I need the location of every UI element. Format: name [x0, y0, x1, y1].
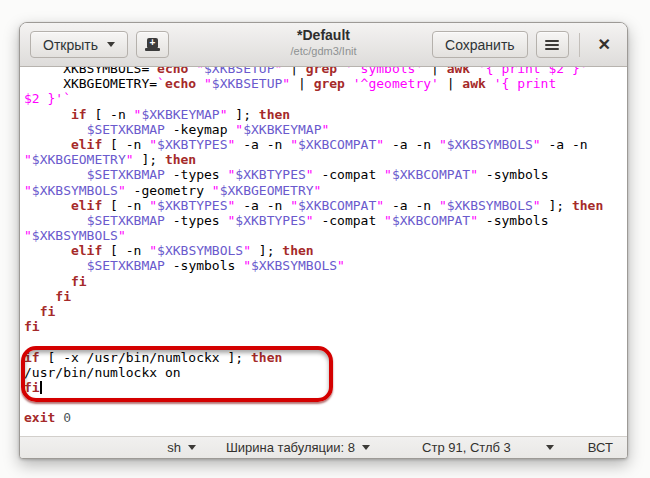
code-line[interactable]: $SETXKBMAP -types "$XKBTYPES" -compat "$… — [24, 167, 627, 182]
header-bar: Открыть + *Default /etc/gdm3/Init Сохран… — [20, 23, 627, 67]
language-label: sh — [167, 440, 181, 455]
code-line[interactable]: fi — [24, 304, 627, 319]
code-line[interactable]: $2 }'` — [24, 91, 627, 106]
cursor-position[interactable]: Стр 91, Стлб 3 — [422, 440, 511, 455]
tab-width-selector[interactable]: Ширина табуляции: 8 — [226, 440, 370, 455]
text-cursor — [40, 381, 42, 394]
title-area: *Default /etc/gdm3/Init — [290, 27, 356, 58]
window-subtitle: /etc/gdm3/Init — [290, 45, 356, 59]
code-line[interactable]: "$XKBSYMBOLS" — [24, 228, 627, 243]
chevron-down-icon — [188, 445, 196, 450]
code-line[interactable]: $SETXKBMAP -keymap "$XKBKEYMAP" — [24, 122, 627, 137]
code-line[interactable]: fi — [24, 274, 627, 289]
language-selector[interactable]: sh — [167, 440, 196, 455]
code-line[interactable]: XKBSYMBOLS=`echo "$XKBSETUP" | grep '^sy… — [24, 67, 627, 76]
code-line[interactable]: elif [ -n "$XKBTYPES" -a -n "$XKBCOMPAT"… — [24, 137, 627, 152]
code-line[interactable]: exit 0 — [24, 410, 627, 425]
header-divider — [579, 33, 580, 57]
menu-button[interactable] — [536, 31, 569, 58]
status-bar: sh Ширина табуляции: 8 Стр 91, Стлб 3 ВС… — [20, 436, 627, 458]
code-line[interactable] — [24, 334, 627, 349]
code-line[interactable]: if [ -n "$XKBKEYMAP" ]; then — [24, 107, 627, 122]
new-document-button[interactable]: + — [136, 31, 169, 58]
code-lines: XKBSYMBOLS=`echo "$XKBSETUP" | grep '^sy… — [20, 67, 627, 426]
code-line[interactable] — [24, 395, 627, 410]
goto-line-dropdown[interactable] — [539, 445, 554, 450]
close-icon: ✕ — [598, 36, 611, 53]
code-line[interactable]: /usr/bin/numlockx on — [24, 365, 627, 380]
new-document-icon: + — [145, 38, 160, 51]
close-button[interactable]: ✕ — [592, 35, 617, 54]
insert-mode-label: ВСТ — [588, 440, 613, 455]
text-editor-area[interactable]: XKBSYMBOLS=`echo "$XKBSETUP" | grep '^sy… — [20, 67, 627, 436]
code-line[interactable]: $SETXKBMAP -symbols "$XKBSYMBOLS" — [24, 258, 627, 273]
code-line[interactable]: "$XKBSYMBOLS" -geometry "$XKBGEOMETRY" — [24, 183, 627, 198]
code-line[interactable]: fi — [24, 319, 627, 334]
open-button-label: Открыть — [43, 37, 98, 53]
save-button-label: Сохранить — [445, 37, 515, 53]
gedit-window: Открыть + *Default /etc/gdm3/Init Сохран… — [19, 22, 628, 459]
code-line[interactable]: XKBGEOMETRY=`echo "$XKBSETUP" | grep '^g… — [24, 76, 627, 91]
hamburger-icon — [545, 38, 559, 52]
save-button[interactable]: Сохранить — [432, 31, 528, 58]
chevron-down-icon — [546, 445, 554, 450]
code-line[interactable]: elif [ -n "$XKBTYPES" -a -n "$XKBCOMPAT"… — [24, 198, 627, 213]
code-line[interactable]: if [ -x /usr/bin/numlockx ]; then — [24, 350, 627, 365]
code-line[interactable]: $SETXKBMAP -types "$XKBTYPES" -compat "$… — [24, 213, 627, 228]
open-button[interactable]: Открыть — [30, 31, 128, 58]
window-title: *Default — [290, 27, 356, 45]
chevron-down-icon — [362, 445, 370, 450]
tab-width-label: Ширина табуляции: 8 — [226, 440, 355, 455]
code-line[interactable]: elif [ -n "$XKBSYMBOLS" ]; then — [24, 243, 627, 258]
code-line[interactable]: fi — [24, 380, 627, 395]
cursor-position-label: Стр 91, Стлб 3 — [422, 440, 511, 455]
chevron-down-icon — [107, 42, 115, 47]
code-line[interactable]: fi — [24, 289, 627, 304]
insert-mode-indicator[interactable]: ВСТ — [588, 440, 613, 455]
code-line[interactable]: "$XKBGEOMETRY" ]; then — [24, 152, 627, 167]
